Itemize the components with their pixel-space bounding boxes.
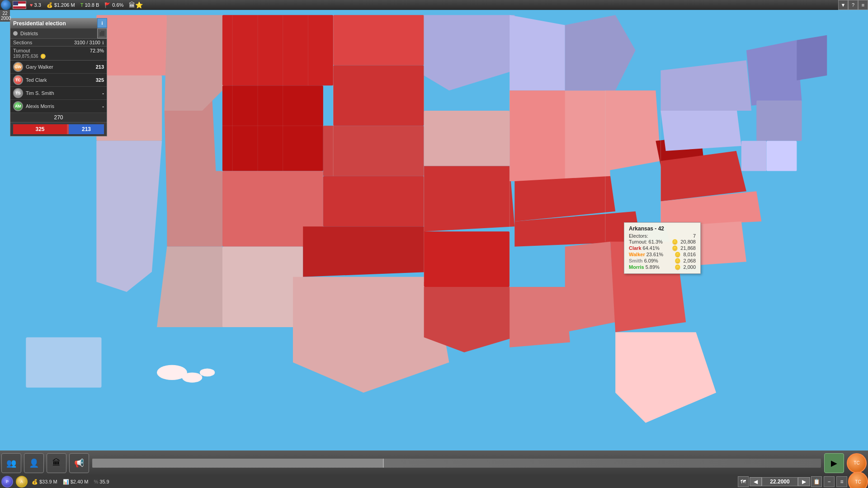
approval-stat-icon: % xyxy=(94,479,99,484)
districts-row: Districts + xyxy=(10,28,107,39)
panel-date: 22 2000 xyxy=(0,10,10,22)
svg-marker-26 xyxy=(509,15,565,90)
tooltip-morris: Morris 5.89% 🪙 2,000 xyxy=(629,264,696,270)
svg-marker-43 xyxy=(746,40,802,106)
candidate-row-morris[interactable]: AM Alexis Morris - xyxy=(10,100,107,113)
svg-marker-30 xyxy=(605,90,661,171)
character-avatar[interactable]: TC xyxy=(847,453,867,473)
svg-rect-15 xyxy=(333,15,424,65)
top-bar-right: ▼ ? ≡ xyxy=(838,0,868,10)
expenses-icon: 📊 xyxy=(63,479,69,485)
next-turn-nav-button[interactable]: ▶ xyxy=(798,477,810,486)
walker-avatar: GW xyxy=(13,62,23,72)
svg-rect-47 xyxy=(767,141,797,171)
smith-avatar: TS xyxy=(13,88,23,98)
advisor-avatar[interactable]: A xyxy=(16,476,28,488)
svg-point-51 xyxy=(200,368,215,376)
treasury-stat: T 10.8 B xyxy=(80,2,99,8)
export-panel-button[interactable]: ⬛ xyxy=(97,28,107,38)
money-stat: 💰 $1.206 M xyxy=(47,2,75,8)
coin-icon: 🪙 xyxy=(40,54,46,59)
next-turn-button[interactable]: ▶ xyxy=(824,453,844,473)
svg-rect-46 xyxy=(741,141,767,171)
flag-stat-icon: 🚩 xyxy=(104,2,111,8)
globe-icon[interactable] xyxy=(1,0,11,10)
building-button[interactable]: 🏛 xyxy=(47,453,66,473)
money-display: 💰 $33.9 M xyxy=(32,479,57,485)
approval-stat: ♥ 3.3 xyxy=(30,2,41,8)
tooltip-smith: Smith 6.09% 🪙 2,068 xyxy=(629,258,696,264)
nav-controls: 🗺 ◀ 22.2000 ▶ 📋 − ≡ TC xyxy=(737,472,868,488)
panel-header: Presidential election ✕ xyxy=(10,19,107,28)
tooltip-electors: Electors: 7 xyxy=(629,233,696,239)
people-button[interactable]: 👥 xyxy=(1,453,21,473)
svg-rect-18 xyxy=(323,176,424,226)
candidate-row-clark[interactable]: TC Ted Clark 325 xyxy=(10,74,107,87)
player-character-avatar[interactable]: TC xyxy=(848,472,868,488)
svg-marker-28 xyxy=(565,90,610,181)
svg-marker-13 xyxy=(157,247,227,327)
svg-marker-23 xyxy=(424,166,515,231)
clark-avatar: TC xyxy=(13,75,23,85)
filter-button[interactable]: ▼ xyxy=(838,0,848,10)
sections-row: Sections 3100 / 3100 ℹ xyxy=(10,39,107,47)
sections-info-button[interactable]: ℹ xyxy=(102,40,104,45)
side-panel-icons: i ⬛ xyxy=(97,18,107,38)
money-icon: 💰 xyxy=(47,2,53,8)
info-panel-button[interactable]: i xyxy=(97,18,107,28)
tooltip-electors-label: Electors: xyxy=(629,233,648,239)
coin-icon: 🪙 xyxy=(672,239,678,244)
morris-avatar: AM xyxy=(13,101,23,111)
coin-stat-icon: 💰 xyxy=(32,479,38,485)
zoom-out-button[interactable]: − xyxy=(824,476,835,487)
menu-button[interactable]: ≡ xyxy=(858,0,868,10)
tooltip-clark: Clark 64.41% 🪙 21,868 xyxy=(629,245,696,251)
svg-rect-45 xyxy=(756,101,802,141)
tooltip-turnout: Turnout: 61.3% 🪙 20,808 xyxy=(629,239,696,245)
candidate-row-walker[interactable]: GW Gary Walker 213 xyxy=(10,61,107,74)
svg-marker-44 xyxy=(797,35,827,80)
map-view-button[interactable]: 🗺 xyxy=(738,476,749,487)
prev-turn-button[interactable]: ◀ xyxy=(750,477,762,486)
svg-marker-41 xyxy=(661,106,741,151)
treasury-icon: T xyxy=(80,2,84,8)
zoom-in-button[interactable]: ≡ xyxy=(836,476,847,487)
svg-rect-9 xyxy=(222,15,333,85)
flags-stat: 🚩 0.6% xyxy=(104,2,123,8)
svg-rect-12 xyxy=(167,171,222,247)
date-display: 22.2000 xyxy=(762,477,798,486)
approval-display: % 35.9 xyxy=(94,479,109,484)
building-icon: 🏛 xyxy=(129,1,135,9)
usa-map-svg[interactable] xyxy=(0,10,868,463)
electoral-bar: 325 213 xyxy=(13,124,104,134)
top-bar: ♥ 3.3 💰 $1.206 M T 10.8 B 🚩 0.6% 🏛 ⭐ ▼ ?… xyxy=(0,0,868,10)
svg-rect-10 xyxy=(222,85,323,171)
turnout-row: Turnout 72.3% 189,875,636 🪙 xyxy=(10,47,107,61)
person-button[interactable]: 👤 xyxy=(24,453,44,473)
star-icon: ⭐ xyxy=(135,1,143,9)
approval-icon: ♥ xyxy=(30,2,33,8)
help-button[interactable]: ? xyxy=(848,0,858,10)
svg-rect-22 xyxy=(424,111,509,166)
svg-marker-27 xyxy=(509,90,570,181)
expenses-display: 📊 $2.40 M xyxy=(63,479,89,485)
svg-rect-16 xyxy=(333,66,424,126)
svg-marker-34 xyxy=(565,242,615,333)
electoral-red-bar: 325 xyxy=(13,124,67,134)
tooltip-title: Arkansas - 42 xyxy=(629,225,696,232)
svg-point-50 xyxy=(182,372,203,382)
timeline xyxy=(92,459,821,468)
player-avatar[interactable]: P xyxy=(1,476,13,488)
candidate-row-smith[interactable]: TS Tim S. Smith - xyxy=(10,87,107,100)
svg-rect-17 xyxy=(323,126,424,176)
electoral-threshold: 270 xyxy=(10,113,107,122)
flag-icon xyxy=(13,1,26,9)
building-icon-stat: 🏛 ⭐ xyxy=(129,1,143,9)
speaker-button[interactable]: 📢 xyxy=(69,453,89,473)
list-view-button[interactable]: 📋 xyxy=(811,476,822,487)
tooltip-electors-value: 7 xyxy=(693,233,696,239)
svg-rect-48 xyxy=(26,337,101,387)
svg-rect-14 xyxy=(222,247,303,327)
svg-marker-19 xyxy=(303,226,434,277)
electoral-blue-bar: 213 xyxy=(69,124,104,134)
